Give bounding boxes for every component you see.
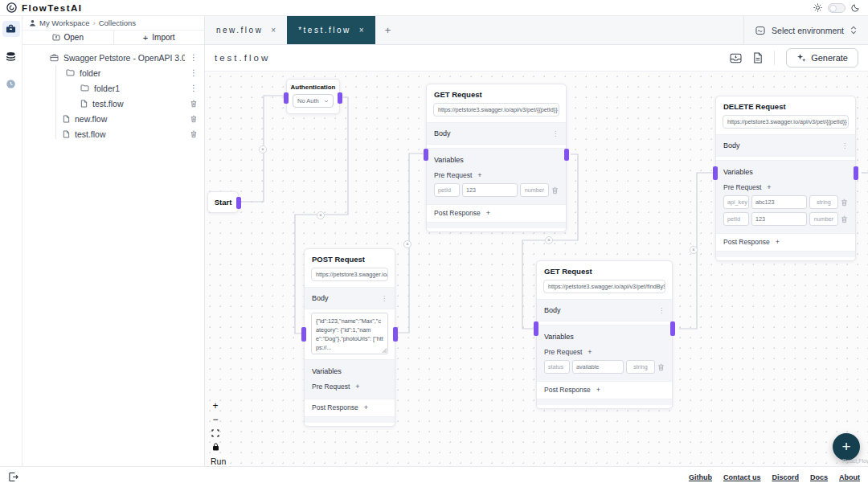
add-post-response-var-button[interactable]: + bbox=[596, 386, 600, 394]
new-tab-button[interactable]: + bbox=[375, 16, 401, 44]
tab-test-flow-active[interactable]: *test.flow × bbox=[287, 16, 375, 44]
rail-history-button[interactable] bbox=[2, 76, 20, 92]
kebab-menu-icon[interactable]: ⋮ bbox=[190, 68, 198, 77]
auth-type-select[interactable]: No Auth bbox=[293, 94, 334, 108]
body-section[interactable]: Body ⋮ bbox=[537, 299, 672, 321]
var-type-select[interactable]: string bbox=[809, 195, 838, 209]
add-pre-request-var-button[interactable]: + bbox=[588, 348, 592, 356]
add-pre-request-var-button[interactable]: + bbox=[767, 183, 771, 191]
var-type-select[interactable]: number bbox=[809, 212, 838, 226]
breadcrumb-section[interactable]: Collections bbox=[99, 18, 136, 27]
var-name-input[interactable]: status bbox=[544, 360, 570, 374]
rail-collections-button[interactable] bbox=[2, 21, 20, 37]
add-post-response-var-button[interactable]: + bbox=[364, 403, 368, 411]
body-section[interactable]: Body ⋮ bbox=[427, 122, 566, 145]
node-start[interactable]: Start bbox=[207, 191, 239, 213]
edge-delete-button[interactable]: × bbox=[690, 246, 698, 254]
rail-environments-button[interactable] bbox=[2, 48, 20, 64]
zoom-in-button[interactable]: + bbox=[209, 399, 222, 411]
edge-delete-button[interactable]: × bbox=[545, 236, 553, 244]
var-type-select[interactable]: string bbox=[626, 360, 655, 374]
trash-icon[interactable] bbox=[841, 198, 848, 207]
footer-link-docs[interactable]: Docs bbox=[810, 473, 828, 481]
output-handle[interactable] bbox=[338, 92, 342, 104]
kebab-menu-icon[interactable]: ⋮ bbox=[381, 295, 387, 302]
add-pre-request-var-button[interactable]: + bbox=[477, 171, 481, 179]
edge-delete-button[interactable]: × bbox=[259, 145, 267, 153]
breadcrumb-workspace[interactable]: My Workspace bbox=[39, 18, 90, 27]
var-value-input[interactable]: 123 bbox=[751, 212, 807, 226]
input-handle[interactable] bbox=[424, 149, 428, 161]
body-section[interactable]: Body ⋮ bbox=[716, 134, 855, 157]
var-value-input[interactable]: available bbox=[572, 360, 624, 374]
zoom-out-button[interactable]: − bbox=[209, 413, 222, 425]
url-input[interactable]: https://petstore3.swagger.io/api/v3/pet/… bbox=[543, 280, 665, 293]
tab-new-flow[interactable]: new.flow × bbox=[205, 16, 287, 44]
url-input[interactable]: https://petstore3.swagger.io/ap bbox=[311, 268, 388, 281]
generate-button[interactable]: Generate bbox=[786, 48, 858, 68]
var-type-select[interactable]: number bbox=[520, 183, 549, 197]
import-collection-button[interactable]: + Import bbox=[114, 31, 205, 44]
environment-selector[interactable]: Select environment bbox=[743, 16, 868, 44]
trash-icon[interactable] bbox=[190, 100, 198, 108]
input-handle[interactable] bbox=[284, 92, 289, 104]
tree-item-flow-file[interactable]: new.flow bbox=[23, 111, 204, 126]
node-get-request-1[interactable]: GET Request https://petstore3.swagger.io… bbox=[426, 84, 567, 232]
url-input[interactable]: https://petstore3.swagger.io/api/v3/pet/… bbox=[723, 115, 849, 129]
input-handle[interactable] bbox=[534, 321, 538, 336]
output-handle[interactable] bbox=[564, 149, 569, 161]
close-tab-icon[interactable]: × bbox=[359, 26, 364, 35]
add-post-response-var-button[interactable]: + bbox=[486, 209, 490, 217]
trash-icon[interactable] bbox=[551, 186, 559, 194]
node-get-request-2[interactable]: GET Request https://petstore3.swagger.io… bbox=[536, 260, 673, 409]
footer-link-discord[interactable]: Discord bbox=[772, 473, 799, 481]
tree-item-collection[interactable]: Swagger Petstore - OpenAPI 3.0 ⋮ bbox=[23, 50, 204, 65]
tree-item-flow-file[interactable]: test.flow bbox=[23, 126, 204, 141]
node-authentication[interactable]: Authentication No Auth bbox=[286, 79, 340, 114]
trash-icon[interactable] bbox=[190, 130, 198, 138]
trash-icon[interactable] bbox=[657, 363, 665, 371]
var-value-input[interactable]: abc123 bbox=[751, 195, 807, 209]
output-handle[interactable] bbox=[236, 197, 241, 209]
output-handle[interactable] bbox=[393, 327, 398, 342]
logout-icon[interactable] bbox=[8, 472, 18, 482]
lock-button[interactable] bbox=[209, 440, 222, 452]
footer-link-contact[interactable]: Contact us bbox=[723, 473, 761, 481]
input-handle[interactable] bbox=[301, 327, 306, 342]
edge-delete-button[interactable]: × bbox=[403, 240, 411, 248]
output-handle[interactable] bbox=[670, 321, 675, 336]
output-handle[interactable] bbox=[854, 166, 858, 180]
input-handle[interactable] bbox=[713, 166, 718, 180]
var-value-input[interactable]: 123 bbox=[462, 183, 518, 197]
tree-item-folder1[interactable]: folder1 ⋮ bbox=[23, 80, 204, 96]
body-json-textarea[interactable]: {"id":123,"name":"Max","category": {"id"… bbox=[311, 313, 388, 354]
footer-link-about[interactable]: About bbox=[839, 473, 860, 481]
var-name-input[interactable]: petId bbox=[723, 212, 749, 226]
add-node-fab[interactable]: + bbox=[833, 433, 860, 460]
kebab-menu-icon[interactable]: ⋮ bbox=[190, 84, 198, 92]
url-input[interactable]: https://petstore3.swagger.io/api/v3/pet/… bbox=[433, 103, 559, 117]
flow-file-button[interactable] bbox=[753, 52, 763, 63]
body-section[interactable]: Body ⋮ bbox=[305, 287, 395, 309]
open-collection-button[interactable]: Open bbox=[23, 31, 114, 44]
save-flow-button[interactable] bbox=[730, 53, 742, 63]
tree-item-flow-file[interactable]: test.flow bbox=[23, 96, 204, 111]
edge-delete-button[interactable]: × bbox=[317, 211, 325, 219]
trash-icon[interactable] bbox=[841, 215, 848, 223]
add-pre-request-var-button[interactable]: + bbox=[355, 383, 359, 391]
var-name-input[interactable]: api_key bbox=[723, 195, 749, 209]
footer-link-github[interactable]: Github bbox=[689, 473, 712, 481]
flow-canvas[interactable]: × × × × × Start Authentication No Auth bbox=[205, 72, 868, 466]
kebab-menu-icon[interactable]: ⋮ bbox=[552, 130, 559, 137]
close-tab-icon[interactable]: × bbox=[271, 26, 276, 35]
tree-item-folder[interactable]: folder ⋮ bbox=[23, 65, 204, 80]
kebab-menu-icon[interactable]: ⋮ bbox=[658, 307, 665, 314]
theme-toggle[interactable] bbox=[828, 3, 845, 13]
fit-view-button[interactable] bbox=[209, 427, 222, 439]
add-post-response-var-button[interactable]: + bbox=[776, 238, 780, 246]
var-name-input[interactable]: petId bbox=[434, 183, 460, 197]
run-flow-button[interactable]: Run bbox=[209, 456, 230, 466]
kebab-menu-icon[interactable]: ⋮ bbox=[841, 142, 848, 149]
node-post-request[interactable]: POST Request https://petstore3.swagger.i… bbox=[304, 248, 395, 427]
node-delete-request[interactable]: DELETE Request https://petstore3.swagger… bbox=[715, 96, 856, 261]
